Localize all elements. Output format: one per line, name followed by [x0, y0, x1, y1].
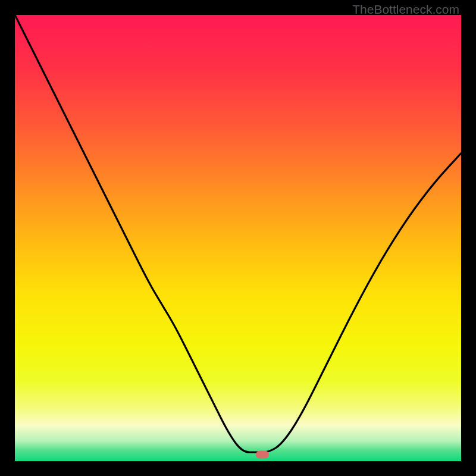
chart-frame: TheBottleneck.com: [0, 0, 476, 476]
optimal-point-marker: [256, 450, 269, 458]
plot-area: [15, 15, 461, 461]
bottleneck-curve: [15, 15, 461, 461]
